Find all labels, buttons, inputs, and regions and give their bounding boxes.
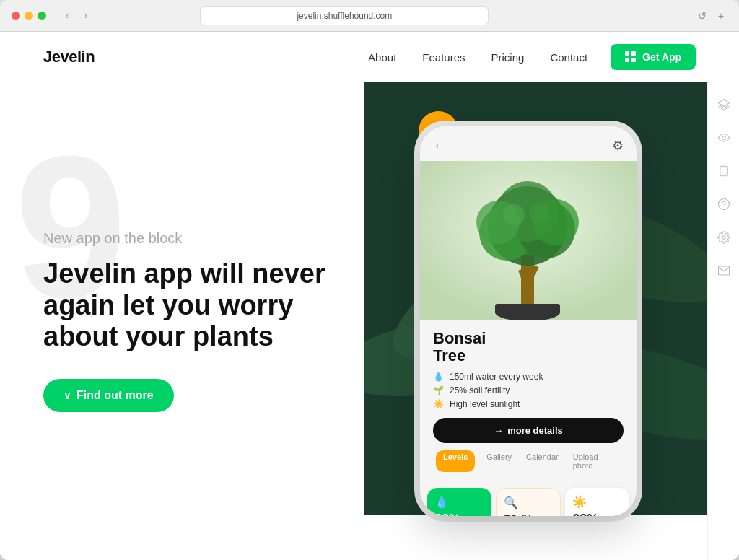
fullscreen-button[interactable] bbox=[38, 12, 46, 20]
back-button[interactable]: ‹ bbox=[61, 9, 74, 22]
grid-icon bbox=[625, 51, 637, 63]
nav-pricing[interactable]: Pricing bbox=[491, 51, 525, 64]
new-tab-button[interactable]: + bbox=[714, 9, 727, 22]
soil-text: 25% soil fertility bbox=[450, 385, 510, 395]
svg-point-26 bbox=[718, 199, 729, 210]
svg-rect-14 bbox=[495, 304, 560, 314]
back-arrow-icon[interactable]: ← bbox=[433, 139, 446, 154]
help-icon[interactable] bbox=[716, 196, 732, 212]
minimize-button[interactable] bbox=[25, 12, 33, 20]
plant-image bbox=[420, 161, 637, 320]
stats-row: 💧 82% Humidity 🔍 31 % Fertility ☀️ 68% bbox=[420, 488, 637, 516]
find-out-label: Find out more bbox=[76, 389, 154, 402]
svg-point-21 bbox=[503, 204, 525, 226]
nav-about[interactable]: About bbox=[368, 51, 396, 64]
get-app-button[interactable]: Get App bbox=[611, 44, 696, 70]
hero-subtitle: New app on the block bbox=[43, 230, 361, 247]
find-out-button[interactable]: ∨ Find out more bbox=[43, 379, 174, 412]
settings-icon[interactable]: ⚙ bbox=[612, 138, 624, 154]
soil-icon: 🌱 bbox=[433, 385, 444, 395]
clipboard-icon[interactable] bbox=[716, 163, 732, 179]
browser-chrome: ‹ › jevelin.shufflehound.com ↺ + bbox=[0, 0, 739, 32]
get-app-label: Get App bbox=[642, 51, 681, 63]
browser-actions: ↺ + bbox=[696, 9, 727, 22]
page-content: Jevelin About Features Pricing Contact G… bbox=[0, 32, 739, 560]
sun-text: High level sunlight bbox=[450, 399, 520, 409]
fertility-icon: 🔍 bbox=[504, 496, 554, 509]
phone-mockup: ← ⚙ bbox=[420, 126, 637, 516]
sunlight-value: 68% bbox=[572, 512, 622, 516]
svg-point-24 bbox=[722, 136, 725, 140]
more-details-label: more details bbox=[507, 425, 563, 436]
close-button[interactable] bbox=[12, 12, 20, 20]
nav-links: About Features Pricing Contact bbox=[368, 51, 587, 64]
svg-point-28 bbox=[722, 236, 725, 240]
humidity-card: 💧 82% Humidity bbox=[427, 488, 491, 516]
fertility-value: 31 % bbox=[504, 512, 554, 516]
chevron-down-icon: ∨ bbox=[64, 390, 71, 401]
phone-tabs: Levels Gallery Calendar Upload photo bbox=[433, 450, 624, 478]
window-controls: ‹ › bbox=[61, 9, 92, 22]
phone-top-bar: ← ⚙ bbox=[420, 126, 637, 161]
plant-stats: 💧 150ml water every week 🌱 25% soil fert… bbox=[433, 372, 624, 409]
address-bar[interactable]: jevelin.shufflehound.com bbox=[200, 6, 489, 25]
sunlight-icon: ☀️ bbox=[572, 495, 622, 509]
tab-levels[interactable]: Levels bbox=[436, 450, 475, 472]
hero-left: New app on the block Jevelin app will ne… bbox=[43, 82, 361, 560]
url-text: jevelin.shufflehound.com bbox=[297, 11, 392, 21]
hero-right: ← ⚙ bbox=[361, 82, 696, 560]
plant-name-line1: Bonsai bbox=[433, 329, 486, 347]
more-details-button[interactable]: → more details bbox=[433, 418, 624, 443]
water-icon: 💧 bbox=[433, 372, 444, 382]
sunlight-card: ☀️ 68% Sunlight bbox=[565, 488, 629, 516]
tab-upload[interactable]: Upload photo bbox=[570, 450, 621, 472]
plant-name-line2: Tree bbox=[433, 346, 465, 364]
browser-window: ‹ › jevelin.shufflehound.com ↺ + Jevelin… bbox=[0, 0, 739, 560]
settings-gear-icon[interactable] bbox=[716, 229, 732, 245]
hero-title: Jevelin app will never again let you wor… bbox=[43, 258, 361, 353]
water-text: 150ml water every week bbox=[450, 372, 543, 382]
sun-icon: ☀️ bbox=[433, 399, 444, 409]
layers-icon[interactable] bbox=[716, 97, 732, 113]
stat-soil: 🌱 25% soil fertility bbox=[433, 385, 624, 395]
mail-icon[interactable] bbox=[716, 263, 732, 279]
svg-point-22 bbox=[529, 203, 549, 223]
sidebar-icons bbox=[707, 82, 739, 560]
tab-gallery[interactable]: Gallery bbox=[484, 450, 515, 472]
nav-features[interactable]: Features bbox=[422, 51, 465, 64]
bonsai-svg bbox=[420, 161, 637, 320]
plant-info: Bonsai Tree 💧 150ml water every week 🌱 2… bbox=[420, 320, 637, 488]
stat-sun: ☀️ High level sunlight bbox=[433, 399, 624, 409]
plant-name: Bonsai Tree bbox=[433, 330, 624, 364]
arrow-right-icon: → bbox=[494, 425, 503, 436]
hero-section: 9 New app on the block Jevelin app will … bbox=[0, 82, 739, 560]
tab-calendar[interactable]: Calendar bbox=[523, 450, 561, 472]
humidity-value: 82% bbox=[434, 512, 484, 516]
stat-water: 💧 150ml water every week bbox=[433, 372, 624, 382]
humidity-icon: 💧 bbox=[434, 495, 484, 509]
forward-button[interactable]: › bbox=[79, 9, 92, 22]
nav-contact[interactable]: Contact bbox=[550, 51, 587, 64]
traffic-lights bbox=[12, 12, 46, 20]
refresh-button[interactable]: ↺ bbox=[696, 9, 709, 22]
svg-marker-23 bbox=[718, 100, 729, 107]
logo: Jevelin bbox=[43, 48, 95, 66]
view-icon[interactable] bbox=[716, 130, 732, 146]
navbar: Jevelin About Features Pricing Contact G… bbox=[0, 32, 739, 82]
fertility-card: 🔍 31 % Fertility bbox=[496, 488, 561, 516]
